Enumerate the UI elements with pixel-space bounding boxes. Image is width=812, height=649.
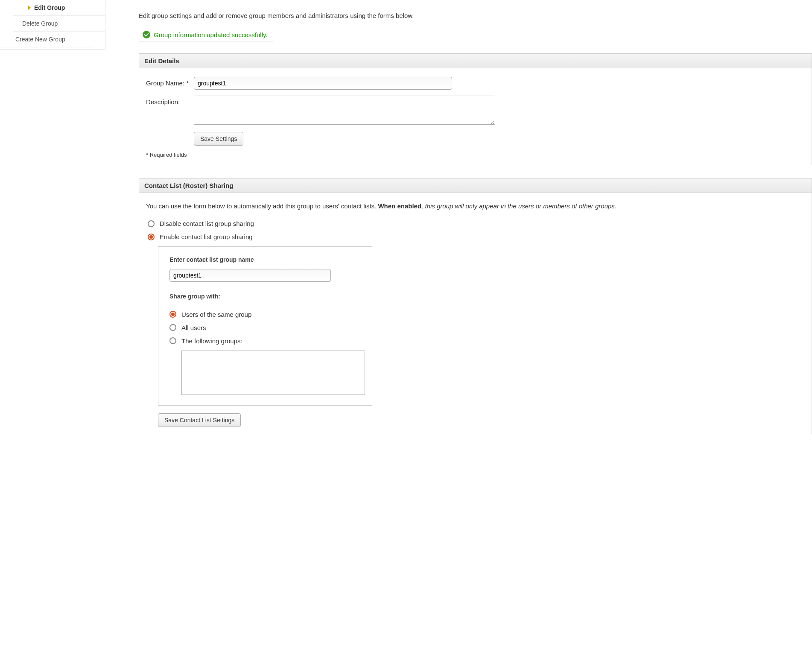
radio-icon xyxy=(169,337,176,344)
success-text: Group information updated successfully. xyxy=(154,31,268,38)
share-with-label: Share group with: xyxy=(169,293,361,300)
radio-label: Disable contact list group sharing xyxy=(160,220,254,227)
sidebar-item-label: Edit Group xyxy=(34,4,65,11)
share-all-users-radio[interactable]: All users xyxy=(169,324,361,331)
panel-header: Contact List (Roster) Sharing xyxy=(139,178,812,193)
radio-label: The following groups: xyxy=(181,337,242,345)
sidebar-item-label: Create New Group xyxy=(15,36,65,43)
group-name-label: Group Name: * xyxy=(146,77,194,90)
sidebar-item-create-group[interactable]: Create New Group xyxy=(0,32,92,47)
radio-label: Users of the same group xyxy=(181,311,251,318)
intro-text: Edit group settings and add or remove gr… xyxy=(139,12,812,19)
description-textarea[interactable] xyxy=(194,96,495,125)
roster-sharing-panel: Contact List (Roster) Sharing You can us… xyxy=(139,178,812,434)
sidebar-item-delete-group[interactable]: Delete Group xyxy=(13,16,105,32)
sharing-description: You can use the form below to automatica… xyxy=(146,202,805,210)
description-label: Description: xyxy=(146,96,194,126)
save-contact-list-button[interactable]: Save Contact List Settings xyxy=(158,413,241,427)
radio-icon xyxy=(169,324,176,331)
check-circle-icon xyxy=(143,31,150,38)
save-settings-button[interactable]: Save Settings xyxy=(194,132,243,146)
sharing-subpanel: Enter contact list group name Share grou… xyxy=(158,246,372,406)
enable-sharing-radio[interactable]: Enable contact list group sharing xyxy=(148,233,805,240)
radio-icon xyxy=(169,311,176,318)
main-content: Edit group settings and add or remove gr… xyxy=(105,0,812,464)
radio-icon xyxy=(148,220,155,227)
panel-header: Edit Details xyxy=(139,54,812,68)
sidebar-item-label: Delete Group xyxy=(22,20,58,27)
share-same-group-radio[interactable]: Users of the same group xyxy=(169,311,361,318)
disable-sharing-radio[interactable]: Disable contact list group sharing xyxy=(148,220,805,227)
success-message: Group information updated successfully. xyxy=(139,28,273,41)
contact-list-group-name-label: Enter contact list group name xyxy=(169,256,361,263)
following-groups-box[interactable] xyxy=(181,351,365,395)
radio-icon xyxy=(148,234,155,240)
edit-details-panel: Edit Details Group Name: * Description: xyxy=(139,53,812,165)
caret-right-icon xyxy=(28,6,31,10)
group-name-input[interactable] xyxy=(194,77,452,90)
sidebar: Edit Group Delete Group Create New Group xyxy=(0,0,105,50)
share-following-groups-radio[interactable]: The following groups: xyxy=(169,337,361,345)
contact-list-group-name-input[interactable] xyxy=(169,269,331,282)
required-fields-note: * Required fields xyxy=(146,152,805,158)
sidebar-item-edit-group[interactable]: Edit Group xyxy=(13,0,105,16)
radio-label: All users xyxy=(181,324,206,331)
radio-label: Enable contact list group sharing xyxy=(160,233,253,240)
